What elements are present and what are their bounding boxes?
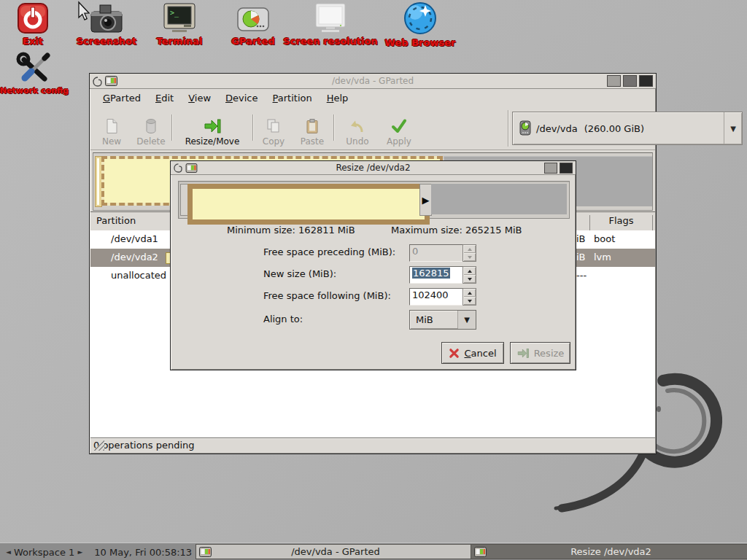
power-icon	[17, 2, 49, 34]
paste-label: Paste	[301, 136, 324, 147]
device-dropdown-arrow-icon[interactable]: ▼	[724, 112, 742, 144]
menu-help[interactable]: Help	[320, 91, 356, 105]
device-disk-icon	[519, 120, 532, 136]
field-value: 102400	[412, 289, 449, 300]
svg-text:>_: >_	[170, 9, 179, 18]
size-cell-fragment: iB	[576, 233, 586, 244]
gparted-window-icon	[105, 76, 117, 86]
spin-up-icon[interactable]	[463, 289, 476, 297]
menu-gparted[interactable]: GParted	[96, 91, 148, 105]
undo-button[interactable]: Undo	[338, 110, 376, 147]
debian-swirl-icon	[93, 76, 102, 87]
terminal-icon: >_	[162, 2, 197, 34]
undo-icon	[349, 118, 366, 134]
right-arrow-icon: ▶	[422, 195, 430, 206]
spin-up-icon	[463, 245, 476, 253]
apply-label: Apply	[387, 136, 411, 147]
dialog-titlebar[interactable]: Resize /dev/vda2	[171, 161, 576, 175]
menu-device[interactable]: Device	[218, 91, 265, 105]
free-space-following-field[interactable]: 102400	[409, 288, 463, 306]
workspace-label[interactable]: Workspace 1	[14, 547, 74, 558]
size-cell-fragment: iB	[576, 252, 586, 262]
desktop-icon-label: GParted	[231, 36, 274, 47]
menubar: GParted Edit View Device Partition Help	[90, 89, 656, 107]
taskbar: ◄ Workspace 1 ► 10 May, Fri 00:58:13 ◄ ►…	[0, 542, 747, 560]
free-space-preceding-field: 0	[409, 244, 463, 262]
partition-column-header[interactable]: Partition	[96, 215, 136, 226]
desktop-icon-label: Screen resolution	[283, 36, 377, 47]
gparted-task-icon	[474, 547, 487, 557]
main-titlebar[interactable]: /dev/vda - GParted	[90, 74, 656, 89]
maximize-button[interactable]	[623, 75, 637, 87]
dialog-close-button[interactable]	[560, 163, 573, 174]
resize-move-label: Resize/Move	[185, 136, 240, 147]
spin-down-icon[interactable]	[463, 297, 476, 305]
size-cell-fragment: ---	[576, 270, 587, 281]
desktop: Exit Screenshot >_ Terminal	[0, 0, 747, 560]
apply-button[interactable]: Apply	[381, 110, 417, 147]
delete-partition-icon	[142, 118, 160, 134]
desktop-icon-network-config[interactable]: Network config	[0, 51, 74, 96]
copy-button[interactable]: Copy	[257, 110, 290, 147]
menu-view[interactable]: View	[181, 91, 218, 105]
clock: 10 May, Fri 00:58:13	[94, 547, 192, 558]
flags-column-header[interactable]: Flags	[589, 215, 653, 230]
new-button[interactable]: New	[95, 110, 128, 147]
desktop-icon-web-browser[interactable]: Web Browser	[376, 1, 464, 48]
desktop-icon-label: Exit	[23, 36, 43, 47]
resize-dialog: Resize /dev/vda2 ▶ Minimum size: 162811 …	[170, 160, 576, 370]
partition-area[interactable]	[187, 184, 430, 225]
toolbar-separator	[508, 110, 508, 147]
resize-move-button[interactable]: Resize/Move	[176, 110, 249, 147]
taskbar-item-resize-dialog[interactable]: Resize /dev/vda2	[471, 544, 747, 559]
free-space-area	[431, 184, 567, 214]
desktop-icon-gparted[interactable]: GParted	[220, 5, 286, 47]
resize-button[interactable]: Resize	[510, 342, 570, 364]
minimize-button[interactable]	[607, 75, 621, 87]
desktop-icon-label: Terminal	[157, 36, 203, 47]
align-to-value: MiB	[410, 314, 433, 325]
desktop-icon-label: Network config	[0, 86, 69, 96]
delete-button[interactable]: Delete	[133, 110, 169, 147]
desktop-icon-terminal[interactable]: >_ Terminal	[147, 2, 212, 47]
taskbar-item-gparted[interactable]: /dev/vda - GParted	[196, 544, 476, 559]
menu-partition[interactable]: Partition	[266, 91, 320, 105]
close-button[interactable]	[639, 75, 653, 87]
cancel-button[interactable]: Cancel	[441, 342, 504, 364]
desktop-icon-label: Web Browser	[385, 37, 456, 48]
right-resize-handle[interactable]: ▶	[419, 184, 432, 216]
delete-label: Delete	[136, 136, 165, 147]
field-value-selected: 162815	[412, 268, 450, 279]
desktop-icon-screenshot[interactable]: Screenshot	[74, 2, 139, 47]
resize-slider: ▶	[178, 181, 570, 219]
copy-label: Copy	[263, 136, 285, 147]
debian-swirl-icon	[174, 163, 182, 173]
partition-cell: unallocated	[111, 270, 166, 281]
gparted-window-icon	[185, 163, 198, 173]
new-partition-icon	[103, 118, 120, 134]
new-size-field[interactable]: 162815	[409, 266, 463, 284]
cancel-x-icon	[449, 348, 460, 359]
device-path: /dev/vda	[536, 123, 578, 134]
toolbar-separator	[333, 114, 334, 141]
align-to-dropdown[interactable]: MiB ▼	[409, 310, 476, 330]
toolbar-separator	[171, 114, 172, 141]
undo-label: Undo	[346, 136, 368, 147]
desktop-icon-exit[interactable]: Exit	[0, 2, 66, 47]
gparted-task-icon	[199, 547, 212, 557]
free-space-following-spinner[interactable]	[462, 288, 476, 306]
minimum-size-label: Minimum size: 162811 MiB	[227, 225, 355, 236]
free-space-preceding-label: Free space preceding (MiB):	[263, 246, 395, 257]
spin-down-icon[interactable]	[463, 275, 476, 283]
device-selector[interactable]: /dev/vda (260.00 GiB) ▼	[512, 112, 743, 145]
workspace-next-arrow-icon[interactable]: ►	[74, 548, 85, 556]
monitor-icon	[313, 2, 348, 34]
menu-edit[interactable]: Edit	[148, 91, 181, 105]
paste-button[interactable]: Paste	[295, 110, 330, 147]
workspace-prev-arrow-icon[interactable]: ◄	[3, 548, 14, 556]
dialog-maximize-button[interactable]	[544, 163, 557, 174]
new-size-spinner[interactable]	[462, 266, 476, 284]
desktop-icon-screen-resolution[interactable]: Screen resolution	[283, 2, 378, 47]
task-title: /dev/vda - GParted	[212, 546, 473, 557]
spin-up-icon[interactable]	[463, 267, 476, 275]
